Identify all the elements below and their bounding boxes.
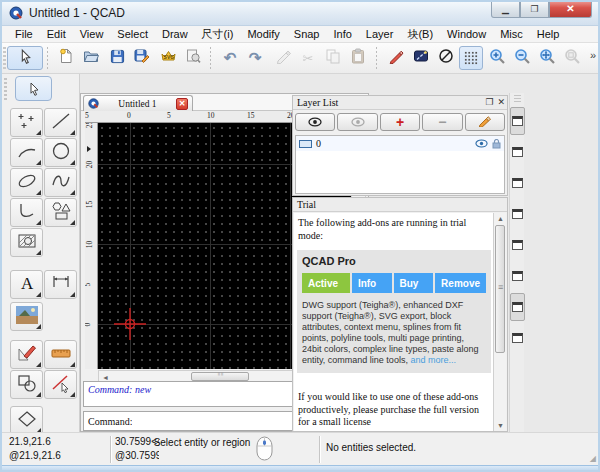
command-line-toggle[interactable] — [510, 262, 525, 290]
redo-button[interactable]: ↷ — [243, 46, 267, 70]
menu-file[interactable]: File — [8, 27, 40, 41]
add-layer-button[interactable]: + — [380, 113, 420, 131]
tool-deselect-button[interactable] — [44, 370, 77, 399]
addon-info-button[interactable]: Info — [352, 273, 392, 293]
and-more-link[interactable]: and more... — [410, 355, 456, 365]
addon-active-button[interactable]: Active — [302, 273, 350, 293]
copy-button[interactable] — [321, 46, 345, 70]
undo-button[interactable]: ↶ — [218, 46, 242, 70]
tool-spline-button[interactable] — [44, 168, 77, 197]
tool-dimension-button[interactable] — [44, 270, 77, 299]
toolbar-drag-handle[interactable] — [514, 95, 521, 103]
pen-button[interactable] — [271, 46, 295, 70]
relative-cartesian-coordinates: @21.9,21.6 — [9, 449, 61, 463]
tool-shape-button[interactable] — [44, 198, 77, 227]
addon-remove-button[interactable]: Remove — [435, 273, 486, 293]
close-button[interactable]: ✕ — [549, 0, 592, 18]
auto-zoom-button[interactable] — [535, 46, 559, 70]
print-preview-button[interactable] — [181, 46, 205, 70]
tool-circle-button[interactable] — [44, 138, 77, 167]
close-panel-icon[interactable]: ✕ — [497, 97, 505, 107]
resize-grip[interactable]: ◢ — [590, 454, 596, 463]
menu-layer[interactable]: Layer — [359, 27, 401, 41]
minimize-button[interactable]: ▁ — [491, 0, 520, 18]
tool-text-button[interactable]: A — [10, 270, 43, 299]
show-all-layers-button[interactable] — [295, 113, 335, 131]
library-browser-toggle[interactable] — [510, 200, 525, 228]
tab-close-icon[interactable]: ✕ — [176, 98, 188, 110]
scroll-up-icon[interactable]: ▲ — [497, 215, 504, 222]
paste-button[interactable] — [346, 46, 370, 70]
tool-hatch-button[interactable] — [10, 228, 43, 257]
block-list-toggle[interactable] — [510, 169, 525, 197]
pen-color-button[interactable] — [384, 46, 408, 70]
vruler-label: 5 — [85, 283, 92, 287]
hide-all-layers-button[interactable] — [337, 113, 377, 131]
menu-i[interactable]: 尺寸(i) — [195, 26, 241, 43]
title-bar[interactable]: Untitled 1 - QCAD ▁ ❐ ✕ — [0, 0, 600, 26]
tool-polyline-button[interactable] — [10, 198, 43, 227]
tool-selection-button[interactable] — [10, 370, 43, 399]
tool-modify-button[interactable] — [10, 340, 43, 369]
menu-edit[interactable]: Edit — [40, 27, 73, 41]
trial-scrollbar[interactable]: ▲ ▼ — [493, 213, 506, 431]
svg-export-button[interactable]: SVG — [156, 46, 180, 70]
menu-help[interactable]: Help — [530, 27, 567, 41]
pen-width-button[interactable] — [434, 46, 458, 70]
menu-info[interactable]: Info — [327, 27, 359, 41]
float-panel-icon[interactable]: ❐ — [485, 97, 493, 107]
tool-select-button[interactable] — [15, 76, 52, 101]
save-as-button[interactable] — [130, 46, 154, 70]
menu-select[interactable]: Select — [110, 27, 155, 41]
tool-block-button[interactable] — [10, 406, 43, 435]
menu-view[interactable]: View — [73, 27, 111, 41]
layer-lock-icon[interactable] — [492, 139, 501, 149]
zoom-in-button[interactable] — [485, 46, 509, 70]
document-tab[interactable]: Untitled 1 ✕ — [83, 95, 193, 111]
zoom-window-button[interactable] — [560, 46, 584, 70]
menu-draw[interactable]: Draw — [155, 27, 195, 41]
zoom-out-button[interactable] — [510, 46, 534, 70]
tool-image-button[interactable] — [10, 302, 43, 331]
tool-points-button[interactable] — [10, 108, 43, 137]
clipboard-viewer-toggle[interactable] — [510, 324, 525, 352]
scroll-left-icon[interactable]: ◄ — [102, 374, 109, 381]
cut-button[interactable]: ✂ — [296, 46, 320, 70]
selection-filter-toggle[interactable] — [510, 231, 525, 259]
layer-row[interactable]: 0 — [296, 136, 504, 151]
tool-ellipse-button[interactable] — [10, 168, 43, 197]
layer-list-titlebar[interactable]: Layer List ❐ ✕ — [293, 96, 507, 110]
layer-visible-eye-icon[interactable] — [475, 139, 488, 148]
webpage-panel-toggle[interactable] — [510, 293, 525, 321]
toolbar-drag-handle[interactable] — [3, 47, 6, 69]
trial-scroll-thumb[interactable] — [495, 225, 505, 353]
toolbar-overflow-chevron[interactable]: » — [590, 49, 596, 61]
edit-layer-button[interactable] — [465, 113, 505, 131]
remove-layer-button[interactable]: − — [422, 113, 462, 131]
pen-style-button[interactable] — [409, 46, 433, 70]
addon-card: QCAD Pro ActiveInfoBuyRemove DWG support… — [297, 250, 491, 373]
layer-listbox[interactable]: 0 — [295, 135, 505, 194]
layer-list-title: Layer List — [297, 97, 338, 108]
trial-titlebar[interactable]: Trial — [293, 198, 507, 212]
menu-window[interactable]: Window — [440, 27, 493, 41]
property-editor-toggle[interactable] — [510, 107, 525, 135]
new-file-button[interactable] — [54, 46, 78, 70]
scroll-down-icon[interactable]: ▼ — [497, 422, 504, 429]
menu-modify[interactable]: Modify — [240, 27, 286, 41]
horizontal-scroll-thumb[interactable] — [191, 372, 249, 381]
grid-toggle-button[interactable] — [459, 46, 483, 70]
maximize-button[interactable]: ❐ — [520, 0, 549, 18]
menu-b[interactable]: 块(B) — [400, 26, 440, 43]
palette-drag-handle[interactable] — [4, 78, 7, 102]
open-file-button[interactable] — [79, 46, 103, 70]
addon-buy-button[interactable]: Buy — [394, 273, 434, 293]
tool-arc-button[interactable] — [10, 138, 43, 167]
menu-misc[interactable]: Misc — [493, 27, 530, 41]
layer-list-toggle[interactable] — [510, 138, 525, 166]
selection-pointer-button[interactable] — [7, 46, 43, 70]
tool-line-button[interactable] — [44, 108, 77, 137]
tool-measure-button[interactable] — [44, 340, 77, 369]
save-button[interactable] — [105, 46, 129, 70]
menu-snap[interactable]: Snap — [287, 27, 327, 41]
